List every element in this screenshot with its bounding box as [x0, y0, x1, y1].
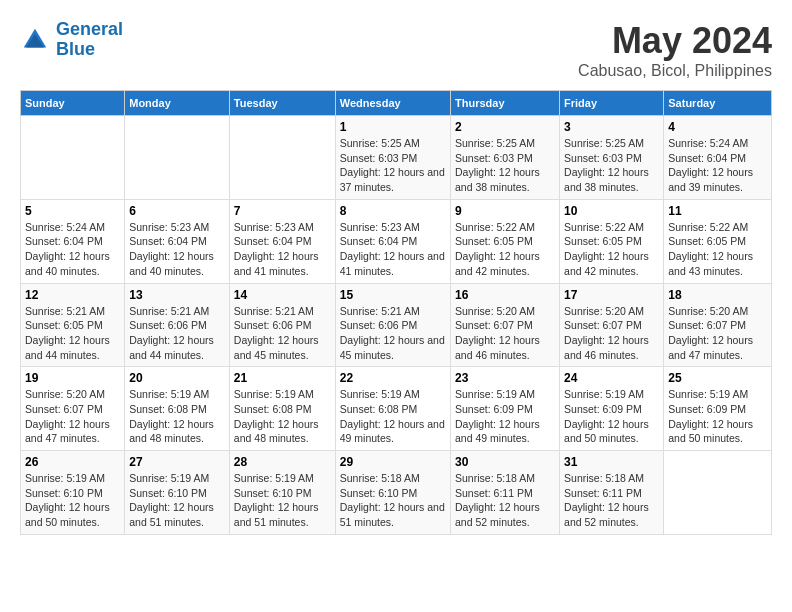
calendar-cell: 5Sunrise: 5:24 AM Sunset: 6:04 PM Daylig…: [21, 199, 125, 283]
calendar-cell: [664, 451, 772, 535]
calendar-cell: 13Sunrise: 5:21 AM Sunset: 6:06 PM Dayli…: [125, 283, 230, 367]
day-info: Sunrise: 5:23 AM Sunset: 6:04 PM Dayligh…: [129, 220, 225, 279]
day-info: Sunrise: 5:20 AM Sunset: 6:07 PM Dayligh…: [455, 304, 555, 363]
day-number: 9: [455, 204, 555, 218]
weekday-header: Wednesday: [335, 91, 450, 116]
day-number: 12: [25, 288, 120, 302]
day-number: 1: [340, 120, 446, 134]
day-number: 21: [234, 371, 331, 385]
day-info: Sunrise: 5:20 AM Sunset: 6:07 PM Dayligh…: [668, 304, 767, 363]
weekday-header: Saturday: [664, 91, 772, 116]
day-info: Sunrise: 5:25 AM Sunset: 6:03 PM Dayligh…: [340, 136, 446, 195]
calendar-cell: 11Sunrise: 5:22 AM Sunset: 6:05 PM Dayli…: [664, 199, 772, 283]
calendar-cell: 1Sunrise: 5:25 AM Sunset: 6:03 PM Daylig…: [335, 116, 450, 200]
calendar-cell: 28Sunrise: 5:19 AM Sunset: 6:10 PM Dayli…: [229, 451, 335, 535]
weekday-header: Thursday: [451, 91, 560, 116]
day-number: 14: [234, 288, 331, 302]
calendar-cell: 22Sunrise: 5:19 AM Sunset: 6:08 PM Dayli…: [335, 367, 450, 451]
day-info: Sunrise: 5:21 AM Sunset: 6:06 PM Dayligh…: [340, 304, 446, 363]
day-info: Sunrise: 5:23 AM Sunset: 6:04 PM Dayligh…: [234, 220, 331, 279]
day-info: Sunrise: 5:22 AM Sunset: 6:05 PM Dayligh…: [564, 220, 659, 279]
calendar-week-row: 1Sunrise: 5:25 AM Sunset: 6:03 PM Daylig…: [21, 116, 772, 200]
day-info: Sunrise: 5:23 AM Sunset: 6:04 PM Dayligh…: [340, 220, 446, 279]
day-number: 22: [340, 371, 446, 385]
calendar-cell: 27Sunrise: 5:19 AM Sunset: 6:10 PM Dayli…: [125, 451, 230, 535]
weekday-header: Tuesday: [229, 91, 335, 116]
calendar-table: SundayMondayTuesdayWednesdayThursdayFrid…: [20, 90, 772, 535]
day-info: Sunrise: 5:19 AM Sunset: 6:09 PM Dayligh…: [564, 387, 659, 446]
day-number: 5: [25, 204, 120, 218]
calendar-cell: 12Sunrise: 5:21 AM Sunset: 6:05 PM Dayli…: [21, 283, 125, 367]
day-info: Sunrise: 5:24 AM Sunset: 6:04 PM Dayligh…: [25, 220, 120, 279]
day-info: Sunrise: 5:20 AM Sunset: 6:07 PM Dayligh…: [25, 387, 120, 446]
day-number: 30: [455, 455, 555, 469]
day-number: 19: [25, 371, 120, 385]
day-info: Sunrise: 5:19 AM Sunset: 6:10 PM Dayligh…: [234, 471, 331, 530]
day-number: 13: [129, 288, 225, 302]
day-info: Sunrise: 5:19 AM Sunset: 6:08 PM Dayligh…: [234, 387, 331, 446]
calendar-cell: 30Sunrise: 5:18 AM Sunset: 6:11 PM Dayli…: [451, 451, 560, 535]
day-number: 28: [234, 455, 331, 469]
day-info: Sunrise: 5:20 AM Sunset: 6:07 PM Dayligh…: [564, 304, 659, 363]
calendar-cell: 31Sunrise: 5:18 AM Sunset: 6:11 PM Dayli…: [560, 451, 664, 535]
logo-line2: Blue: [56, 39, 95, 59]
title-area: May 2024 Cabusao, Bicol, Philippines: [578, 20, 772, 80]
weekday-header: Friday: [560, 91, 664, 116]
day-info: Sunrise: 5:19 AM Sunset: 6:09 PM Dayligh…: [455, 387, 555, 446]
day-info: Sunrise: 5:19 AM Sunset: 6:08 PM Dayligh…: [340, 387, 446, 446]
calendar-cell: 20Sunrise: 5:19 AM Sunset: 6:08 PM Dayli…: [125, 367, 230, 451]
day-info: Sunrise: 5:24 AM Sunset: 6:04 PM Dayligh…: [668, 136, 767, 195]
day-info: Sunrise: 5:18 AM Sunset: 6:11 PM Dayligh…: [564, 471, 659, 530]
weekday-header: Monday: [125, 91, 230, 116]
day-info: Sunrise: 5:19 AM Sunset: 6:08 PM Dayligh…: [129, 387, 225, 446]
calendar-cell: 8Sunrise: 5:23 AM Sunset: 6:04 PM Daylig…: [335, 199, 450, 283]
day-info: Sunrise: 5:19 AM Sunset: 6:10 PM Dayligh…: [25, 471, 120, 530]
calendar-week-row: 26Sunrise: 5:19 AM Sunset: 6:10 PM Dayli…: [21, 451, 772, 535]
day-number: 8: [340, 204, 446, 218]
day-number: 4: [668, 120, 767, 134]
calendar-week-row: 19Sunrise: 5:20 AM Sunset: 6:07 PM Dayli…: [21, 367, 772, 451]
day-info: Sunrise: 5:22 AM Sunset: 6:05 PM Dayligh…: [455, 220, 555, 279]
calendar-cell: 21Sunrise: 5:19 AM Sunset: 6:08 PM Dayli…: [229, 367, 335, 451]
day-number: 11: [668, 204, 767, 218]
day-info: Sunrise: 5:22 AM Sunset: 6:05 PM Dayligh…: [668, 220, 767, 279]
day-number: 16: [455, 288, 555, 302]
calendar-cell: 7Sunrise: 5:23 AM Sunset: 6:04 PM Daylig…: [229, 199, 335, 283]
day-number: 20: [129, 371, 225, 385]
day-info: Sunrise: 5:19 AM Sunset: 6:09 PM Dayligh…: [668, 387, 767, 446]
logo-icon: [20, 25, 50, 55]
calendar-cell: 4Sunrise: 5:24 AM Sunset: 6:04 PM Daylig…: [664, 116, 772, 200]
calendar-cell: 26Sunrise: 5:19 AM Sunset: 6:10 PM Dayli…: [21, 451, 125, 535]
logo: General Blue: [20, 20, 123, 60]
day-info: Sunrise: 5:19 AM Sunset: 6:10 PM Dayligh…: [129, 471, 225, 530]
day-number: 18: [668, 288, 767, 302]
calendar-week-row: 12Sunrise: 5:21 AM Sunset: 6:05 PM Dayli…: [21, 283, 772, 367]
day-number: 2: [455, 120, 555, 134]
day-number: 15: [340, 288, 446, 302]
day-info: Sunrise: 5:25 AM Sunset: 6:03 PM Dayligh…: [564, 136, 659, 195]
calendar-cell: 23Sunrise: 5:19 AM Sunset: 6:09 PM Dayli…: [451, 367, 560, 451]
header: General Blue May 2024 Cabusao, Bicol, Ph…: [20, 20, 772, 80]
day-info: Sunrise: 5:21 AM Sunset: 6:05 PM Dayligh…: [25, 304, 120, 363]
day-number: 29: [340, 455, 446, 469]
calendar-cell: 29Sunrise: 5:18 AM Sunset: 6:10 PM Dayli…: [335, 451, 450, 535]
calendar-cell: 25Sunrise: 5:19 AM Sunset: 6:09 PM Dayli…: [664, 367, 772, 451]
day-number: 3: [564, 120, 659, 134]
day-number: 25: [668, 371, 767, 385]
day-info: Sunrise: 5:18 AM Sunset: 6:10 PM Dayligh…: [340, 471, 446, 530]
day-number: 27: [129, 455, 225, 469]
day-number: 6: [129, 204, 225, 218]
calendar-week-row: 5Sunrise: 5:24 AM Sunset: 6:04 PM Daylig…: [21, 199, 772, 283]
calendar-cell: 3Sunrise: 5:25 AM Sunset: 6:03 PM Daylig…: [560, 116, 664, 200]
day-number: 31: [564, 455, 659, 469]
day-info: Sunrise: 5:21 AM Sunset: 6:06 PM Dayligh…: [234, 304, 331, 363]
calendar-cell: [229, 116, 335, 200]
calendar-cell: 15Sunrise: 5:21 AM Sunset: 6:06 PM Dayli…: [335, 283, 450, 367]
logo-line1: General: [56, 19, 123, 39]
calendar-cell: 24Sunrise: 5:19 AM Sunset: 6:09 PM Dayli…: [560, 367, 664, 451]
day-number: 24: [564, 371, 659, 385]
calendar-cell: 18Sunrise: 5:20 AM Sunset: 6:07 PM Dayli…: [664, 283, 772, 367]
day-info: Sunrise: 5:21 AM Sunset: 6:06 PM Dayligh…: [129, 304, 225, 363]
calendar-cell: [125, 116, 230, 200]
weekday-header-row: SundayMondayTuesdayWednesdayThursdayFrid…: [21, 91, 772, 116]
